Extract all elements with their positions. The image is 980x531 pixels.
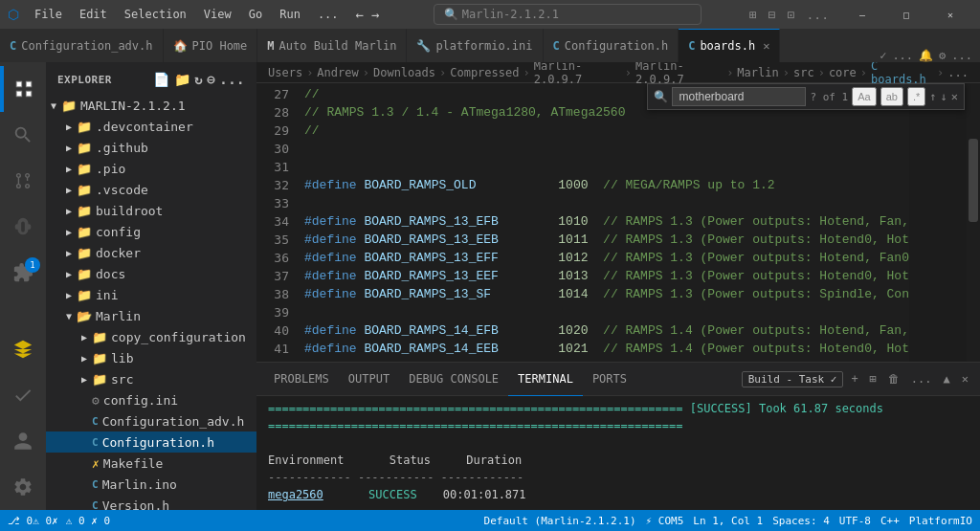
tab-pio-home[interactable]: 🏠 PIO Home — [164, 29, 258, 62]
encoding[interactable]: UTF-8 — [839, 515, 871, 527]
tab-debug-console[interactable]: DEBUG CONSOLE — [399, 363, 508, 396]
cursor-position[interactable]: Ln 1, Col 1 — [693, 515, 763, 527]
activity-source-control[interactable] — [0, 158, 46, 204]
add-terminal-icon[interactable]: + — [847, 370, 861, 387]
code-content[interactable]: // // RAMPS 1.3 / 1.4 - ATmega1280, ATme… — [297, 83, 909, 362]
menu-more[interactable]: ... — [310, 6, 346, 23]
editor-area: 🔍 ? of 1 Aa ab .* ↑ ↓ ✕ 2728293031 32333… — [256, 83, 980, 362]
find-down-icon[interactable]: ↓ — [941, 90, 947, 103]
tab-auto-build[interactable]: M Auto Build Marlin — [257, 29, 407, 62]
tree-lib[interactable]: ▶ 📁 lib — [46, 347, 256, 368]
bell-icon[interactable]: 🔔 — [919, 49, 933, 62]
more-icon[interactable]: ... — [803, 6, 833, 24]
tree-src[interactable]: ▶ 📁 src — [46, 368, 256, 389]
default-terminal[interactable]: Default (Marlin-2.1.2.1) — [484, 515, 636, 527]
nav-back[interactable]: ← — [354, 7, 366, 22]
tree-github[interactable]: ▶ 📁 .github — [46, 137, 256, 158]
tab-terminal[interactable]: TERMINAL — [508, 363, 583, 396]
activity-search[interactable] — [0, 112, 46, 158]
activity-test[interactable] — [0, 372, 46, 418]
tree-root[interactable]: ▼ 📁 MARLIN-2.1.2.1 — [46, 95, 256, 116]
tree-buildroot[interactable]: ▶ 📁 buildroot — [46, 200, 256, 221]
minimize-button[interactable]: — — [840, 0, 884, 29]
activity-debug[interactable] — [0, 204, 46, 250]
tab-close-icon[interactable]: ✕ — [763, 39, 769, 53]
tree-marlin[interactable]: ▼ 📂 Marlin — [46, 305, 256, 326]
find-options-ab[interactable]: ab — [880, 87, 903, 106]
new-file-icon[interactable]: 📄 — [153, 72, 170, 87]
more-icon[interactable]: ... — [951, 49, 972, 62]
trash-icon[interactable]: 🗑 — [884, 370, 903, 387]
editor-scrollbar[interactable] — [967, 83, 980, 362]
tree-config-ini[interactable]: ⚙ config.ini — [46, 389, 256, 410]
tree-config-adv-h[interactable]: C Configuration_adv.h — [46, 410, 256, 431]
nav-forward[interactable]: → — [369, 7, 381, 22]
grid-icon[interactable]: ⊡ — [784, 6, 799, 24]
maximize-button[interactable]: □ — [884, 0, 928, 29]
ellipsis-icon[interactable]: ... — [892, 49, 913, 62]
tree-ini[interactable]: ▶ 📁 ini — [46, 284, 256, 305]
tree-pio[interactable]: ▶ 📁 .pio — [46, 158, 256, 179]
language-mode[interactable]: C++ — [880, 515, 900, 527]
tab-configuration-h[interactable]: C Configuration.h — [544, 29, 679, 62]
error-warning-count[interactable]: ⚠ 0 ✗ 0 — [66, 515, 110, 527]
tab-ports[interactable]: PORTS — [583, 363, 636, 396]
menu-selection[interactable]: Selection — [117, 6, 194, 23]
app-icon: ⬡ — [8, 7, 19, 22]
tab-problems[interactable]: PROBLEMS — [264, 363, 339, 396]
find-options-regex[interactable]: .* — [907, 87, 925, 106]
folder-icon: 📁 — [77, 183, 92, 197]
maximize-panel-icon[interactable]: ▲ — [940, 370, 954, 387]
find-close-icon[interactable]: ✕ — [951, 90, 958, 103]
coms-status[interactable]: ⚡ COM5 — [646, 515, 684, 527]
spaces[interactable]: Spaces: 4 — [772, 515, 830, 527]
terminal-content[interactable]: ========================================… — [256, 396, 980, 510]
layout-icon[interactable]: ⊞ — [746, 6, 761, 24]
find-input[interactable] — [672, 87, 806, 106]
activity-extensions[interactable]: 1 — [0, 250, 46, 296]
collapse-icon[interactable]: ⊖ — [207, 72, 215, 87]
new-folder-icon[interactable]: 📁 — [174, 72, 191, 87]
tree-docker[interactable]: ▶ 📁 docker — [46, 242, 256, 263]
refresh-icon[interactable]: ↻ — [194, 72, 203, 87]
settings-icon[interactable]: ⚙ — [939, 49, 946, 62]
branch-status[interactable]: ⎇ 0⚠ 0✗ — [8, 515, 58, 527]
tree-configuration-h[interactable]: C Configuration.h — [46, 431, 256, 453]
tab-boards-h[interactable]: C boards.h ✕ — [679, 29, 780, 62]
tree-vscode[interactable]: ▶ 📁 .vscode — [46, 179, 256, 200]
find-up-icon[interactable]: ↑ — [929, 90, 936, 103]
panel-actions: Build - Task ✓ + ⊞ 🗑 ... ▲ ✕ — [742, 370, 972, 387]
close-panel-icon[interactable]: ✕ — [958, 370, 972, 387]
menu-file[interactable]: File — [27, 6, 70, 23]
menu-view[interactable]: View — [196, 6, 239, 23]
activity-platformio[interactable] — [0, 326, 46, 372]
more-terminal-icon[interactable]: ... — [907, 370, 936, 387]
tree-makefile[interactable]: ✗ Makefile — [46, 453, 256, 474]
tree-version-h[interactable]: C Version.h — [46, 495, 256, 510]
activity-explorer[interactable] — [0, 66, 46, 112]
menu-run[interactable]: Run — [272, 6, 308, 23]
tree-devcontainer[interactable]: ▶ 📁 .devcontainer — [46, 116, 256, 137]
tab-output[interactable]: OUTPUT — [339, 363, 399, 396]
checkmark-icon[interactable]: ✓ — [880, 49, 886, 62]
menu-go[interactable]: Go — [241, 6, 270, 23]
platformio-status[interactable]: PlatformIO — [909, 515, 972, 527]
title-center: 🔍 Marlin-2.1.2.1 — [396, 4, 738, 25]
tab-platformio-ini[interactable]: 🔧 platformio.ini — [407, 29, 543, 62]
menu-edit[interactable]: Edit — [72, 6, 115, 23]
close-button[interactable]: ✕ — [928, 0, 972, 29]
tree-config[interactable]: ▶ 📁 config — [46, 221, 256, 242]
col-environment: Environment — [268, 454, 344, 467]
split-terminal-icon[interactable]: ⊞ — [866, 370, 880, 387]
code-editor[interactable]: 2728293031 3233343536 3738394041 4243444… — [256, 83, 980, 362]
tab-config-adv[interactable]: C Configuration_adv.h — [0, 29, 164, 62]
tree-copy-config[interactable]: ▶ 📁 copy_configuration — [46, 326, 256, 347]
split-icon[interactable]: ⊟ — [765, 6, 780, 24]
file-tree: ▼ 📁 MARLIN-2.1.2.1 ▶ 📁 .devcontainer ▶ 📁… — [46, 95, 256, 510]
more-actions-icon[interactable]: ... — [219, 72, 245, 87]
tree-marlin-ino[interactable]: C Marlin.ino — [46, 474, 256, 495]
activity-settings[interactable] — [0, 464, 46, 510]
tree-docs[interactable]: ▶ 📁 docs — [46, 263, 256, 284]
find-options-aa[interactable]: Aa — [852, 87, 876, 106]
activity-account[interactable] — [0, 418, 46, 464]
